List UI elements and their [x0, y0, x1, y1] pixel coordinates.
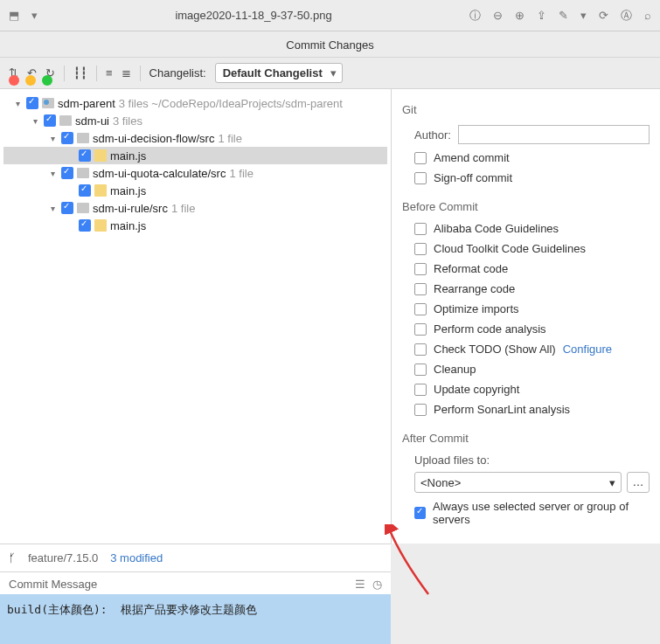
branch-name: feature/7.15.0: [28, 551, 98, 564]
traffic-lights[interactable]: [0, 68, 61, 93]
changelist-label: Changelist:: [149, 66, 206, 80]
status-bar: ᚶ feature/7.15.0 3 modified: [0, 544, 391, 571]
author-input[interactable]: [458, 125, 650, 144]
folder-icon: [77, 133, 89, 143]
tree-row[interactable]: ▾sdm-ui-quota-calculate/src 1 file: [3, 164, 387, 182]
tree-checkbox[interactable]: [79, 149, 91, 162]
before-opt-label: Perform SonarLint analysis: [434, 403, 570, 416]
file-icon: [94, 184, 107, 197]
before-opt-checkbox[interactable]: [414, 323, 427, 336]
git-section-header: Git: [402, 103, 650, 116]
zoom-out-icon[interactable]: ⊖: [493, 9, 503, 22]
folder-icon: [59, 115, 72, 126]
tree-row[interactable]: ▾sdm-ui-decision-flow/src 1 file: [3, 129, 387, 147]
before-opt-checkbox[interactable]: [414, 243, 427, 255]
tree-checkbox[interactable]: [44, 114, 56, 127]
tree-label: main.js: [110, 149, 146, 163]
author-label: Author:: [414, 128, 451, 142]
before-opt-label: Perform code analysis: [434, 322, 546, 336]
before-opt-checkbox[interactable]: [414, 404, 427, 416]
file-tree-panel: ▾sdm-parent 3 files ~/CodeRepo/IdeaProje…: [0, 89, 391, 544]
before-opt-checkbox[interactable]: [414, 263, 427, 275]
edit-icon[interactable]: ✎: [559, 9, 568, 22]
tree-meta: 1 file: [218, 132, 241, 145]
tree-row[interactable]: ▾sdm-ui-rule/src 1 file: [3, 199, 387, 217]
group-by-icon[interactable]: ┇┇: [73, 66, 87, 80]
tree-checkbox[interactable]: [61, 132, 73, 144]
before-opt-label: Optimize imports: [434, 302, 519, 315]
before-opt-label: Rearrange code: [434, 282, 515, 295]
os-titlebar: ⬒ ▾ image2020-11-18_9-37-50.png ⓘ ⊖ ⊕ ⇪ …: [0, 0, 660, 31]
tree-checkbox[interactable]: [61, 202, 73, 214]
before-opt-label: Update copyright: [434, 383, 519, 396]
tree-meta: 1 file: [229, 167, 253, 180]
folder-icon: [77, 168, 89, 178]
minimize-window-icon[interactable]: [25, 75, 36, 86]
dialog-title: Commit Changes: [0, 31, 660, 58]
upload-browse-button[interactable]: …: [627, 472, 650, 493]
tree-checkbox[interactable]: [79, 184, 91, 197]
markup-icon[interactable]: Ⓐ: [621, 8, 632, 24]
tree-arrow-icon[interactable]: ▾: [47, 134, 58, 143]
before-commit-header: Before Commit: [402, 200, 650, 213]
before-opt-checkbox[interactable]: [414, 303, 427, 315]
expand-all-icon[interactable]: ≡: [106, 66, 113, 80]
before-opt-checkbox[interactable]: [414, 364, 427, 376]
info-icon[interactable]: ⓘ: [469, 8, 481, 24]
tree-row[interactable]: ▾sdm-ui 3 files: [3, 112, 387, 129]
tree-arrow-icon[interactable]: ▾: [47, 169, 58, 178]
tree-checkbox[interactable]: [61, 167, 73, 179]
rotate-icon[interactable]: ⟳: [599, 9, 608, 22]
folder-icon: [77, 203, 89, 213]
close-window-icon[interactable]: [9, 75, 19, 86]
tree-label: main.js: [110, 184, 146, 197]
tree-row[interactable]: main.js: [3, 217, 387, 234]
tree-label: sdm-ui: [75, 114, 109, 128]
tree-row[interactable]: main.js: [3, 147, 387, 164]
search-icon[interactable]: ⌕: [644, 9, 651, 22]
commit-toolbar: ⇅ ↶ ↻ ┇┇ ≡ ≣ Changelist: Default Changel…: [0, 58, 660, 89]
before-opt-label: Cleanup: [434, 363, 476, 376]
commit-msg-header: Commit Message ☰ ◷: [0, 571, 391, 594]
tree-label: main.js: [110, 219, 146, 232]
share-icon[interactable]: ⇪: [537, 9, 546, 22]
tree-row[interactable]: main.js: [3, 182, 387, 199]
tree-arrow-icon[interactable]: ▾: [12, 99, 23, 108]
main-panel: ▾sdm-parent 3 files ~/CodeRepo/IdeaProje…: [0, 89, 660, 544]
signoff-label: Sign-off commit: [434, 171, 512, 184]
file-icon: [94, 149, 107, 162]
before-opt-checkbox[interactable]: [414, 283, 427, 295]
file-icon: [94, 219, 107, 232]
always-server-checkbox[interactable]: [414, 507, 426, 519]
dropdown-icon[interactable]: ▾: [31, 9, 38, 22]
before-opt-label: Cloud Toolkit Code Guidelines: [434, 242, 586, 255]
commit-msg-history-icon[interactable]: ◷: [372, 578, 382, 591]
commit-msg-insert-icon[interactable]: ☰: [355, 578, 365, 591]
tree-meta: 1 file: [171, 202, 195, 215]
before-opt-checkbox[interactable]: [414, 384, 427, 396]
amend-checkbox[interactable]: [414, 152, 427, 164]
tree-meta: 3 files ~/CodeRepo/IdeaProjects/sdm-pare…: [119, 97, 343, 110]
changelist-select[interactable]: Default Changelist: [215, 63, 343, 83]
before-opt-checkbox[interactable]: [414, 223, 427, 235]
commit-msg-textarea[interactable]: build(主体颜色): 根据产品要求修改主题颜色 1.配置文件修改主题颜色，页…: [0, 594, 391, 644]
tree-arrow-icon[interactable]: ▾: [47, 204, 58, 213]
upload-select[interactable]: <None>▾: [414, 472, 622, 493]
signoff-checkbox[interactable]: [414, 172, 427, 184]
modified-count[interactable]: 3 modified: [110, 551, 163, 564]
sidebar-toggle-icon[interactable]: ⬒: [9, 9, 19, 22]
tree-arrow-icon[interactable]: ▾: [30, 116, 40, 126]
tree-row[interactable]: ▾sdm-parent 3 files ~/CodeRepo/IdeaProje…: [3, 94, 387, 112]
collapse-all-icon[interactable]: ≣: [122, 66, 131, 80]
upload-label: Upload files to:: [414, 454, 490, 467]
tree-checkbox[interactable]: [79, 219, 91, 232]
tree-label: sdm-parent: [58, 97, 115, 110]
zoom-in-icon[interactable]: ⊕: [515, 9, 525, 22]
configure-link[interactable]: Configure: [563, 343, 612, 356]
before-opt-label: Reformat code: [434, 262, 508, 275]
tree-checkbox[interactable]: [26, 97, 38, 109]
dropdown2-icon[interactable]: ▾: [580, 9, 587, 22]
maximize-window-icon[interactable]: [42, 75, 52, 86]
after-commit-header: After Commit: [402, 432, 650, 445]
before-opt-checkbox[interactable]: [414, 343, 427, 356]
